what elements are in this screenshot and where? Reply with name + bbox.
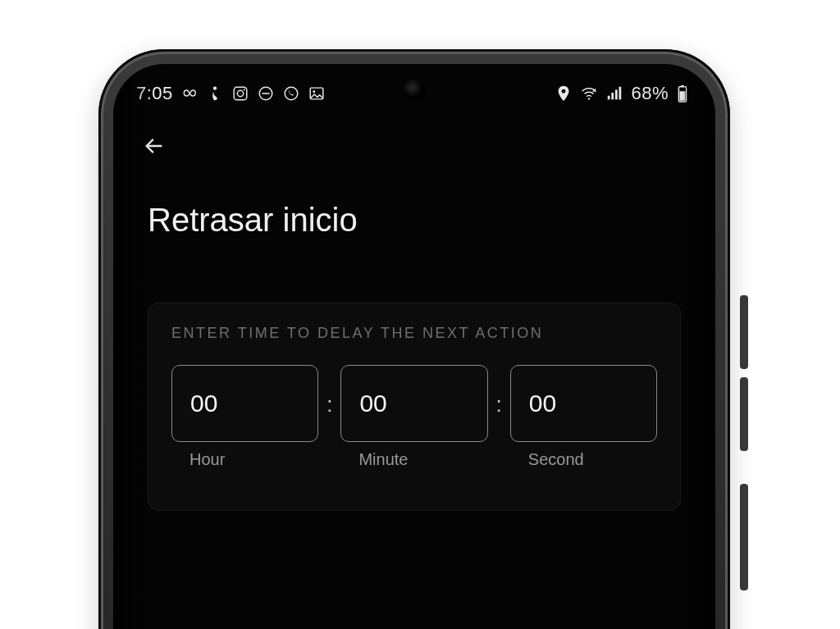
camera-punch-hole xyxy=(404,79,425,100)
svg-point-0 xyxy=(213,86,217,89)
page-title: Retrasar inicio xyxy=(113,167,715,253)
second-label: Second xyxy=(510,450,657,469)
svg-rect-16 xyxy=(681,85,684,87)
minute-column: 00 Minute xyxy=(340,365,487,469)
svg-rect-7 xyxy=(310,88,323,99)
status-bar-left: 7:05 xyxy=(136,83,326,104)
whatsapp-icon xyxy=(282,84,300,103)
gallery-icon xyxy=(308,84,326,103)
canvas: 7:05 xyxy=(0,0,840,629)
svg-point-10 xyxy=(588,98,590,99)
card-heading: ENTER TIME TO DELAY THE NEXT ACTION xyxy=(171,325,657,342)
svg-point-3 xyxy=(244,89,245,90)
phone-side-button xyxy=(740,377,748,451)
app-bar xyxy=(113,112,715,167)
wifi-icon xyxy=(580,84,598,103)
svg-rect-14 xyxy=(619,87,622,100)
phone-side-button xyxy=(740,295,748,369)
instagram-icon xyxy=(231,84,249,103)
svg-rect-13 xyxy=(615,89,618,99)
pregnancy-icon xyxy=(206,84,224,103)
status-bar-right: 68% xyxy=(555,83,689,104)
time-input-row: 00 Hour : 00 Minute : 00 Second xyxy=(171,365,657,469)
phone-screen: 7:05 xyxy=(113,64,715,629)
svg-point-2 xyxy=(237,90,243,96)
phone-frame: 7:05 xyxy=(98,49,730,629)
delay-card: ENTER TIME TO DELAY THE NEXT ACTION 00 H… xyxy=(148,303,681,511)
svg-point-6 xyxy=(285,87,298,100)
do-not-disturb-icon xyxy=(257,84,275,103)
minute-input[interactable]: 00 xyxy=(340,365,487,442)
time-separator: : xyxy=(493,392,505,442)
time-separator: : xyxy=(323,392,336,442)
second-column: 00 Second xyxy=(510,365,657,469)
infinity-icon xyxy=(180,84,199,103)
hour-input[interactable]: 00 xyxy=(171,365,318,442)
second-input[interactable]: 00 xyxy=(510,365,657,442)
back-button[interactable] xyxy=(138,130,171,162)
svg-point-8 xyxy=(313,90,315,93)
phone-side-button xyxy=(740,484,748,590)
svg-rect-17 xyxy=(680,91,686,100)
svg-rect-12 xyxy=(612,93,614,99)
status-clock: 7:05 xyxy=(136,83,173,104)
svg-point-9 xyxy=(562,89,566,93)
location-icon xyxy=(555,84,573,103)
status-battery-text: 68% xyxy=(631,83,669,104)
hour-label: Hour xyxy=(171,450,318,469)
signal-icon xyxy=(605,84,623,103)
minute-label: Minute xyxy=(340,450,487,469)
battery-icon xyxy=(676,84,689,103)
svg-rect-11 xyxy=(608,96,610,100)
hour-column: 00 Hour xyxy=(171,365,318,469)
